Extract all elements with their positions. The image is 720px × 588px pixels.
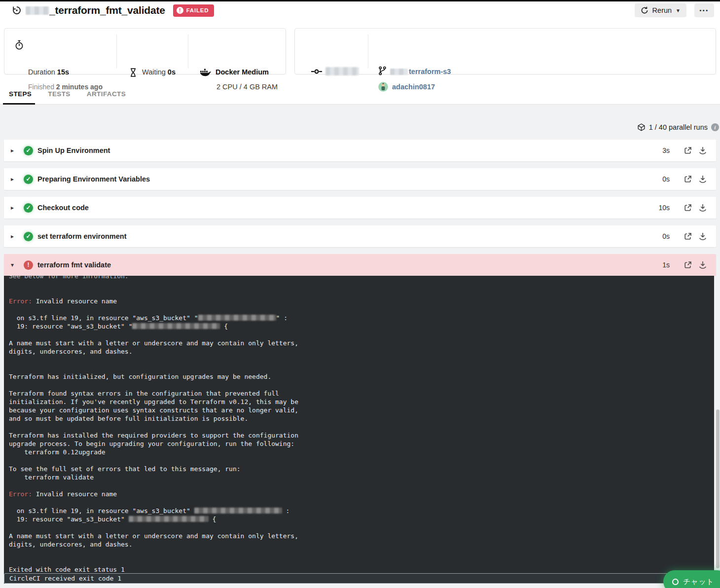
terminal-line [9,423,714,431]
vcs-card: terraform-s3 adachin0817 [294,28,716,74]
step-row[interactable]: ▸ ✓ Preparing Environment Variables 0s [4,168,716,190]
status-badge: ! FAILED [173,4,215,17]
step-label: Preparing Environment Variables [37,175,150,183]
terminal-line [9,280,714,289]
status-icon: ✓ [24,146,33,155]
terminal-exit-status: CircleCI received exit code 1 [4,573,714,584]
open-in-new-icon[interactable] [681,145,695,156]
stopwatch-icon [15,40,24,50]
chevron-icon[interactable]: ▸ [11,147,24,154]
open-in-new-icon[interactable] [681,173,695,185]
terminal-line: because your configuration uses syntax c… [9,406,714,414]
terminal-line: on s3.tf line 19, in resource "aws_s3_bu… [9,314,714,322]
download-icon[interactable] [695,202,710,214]
chevron-icon[interactable]: ▾ [11,261,24,268]
step-row[interactable]: ▸ ✓ set terraform environment 0s [4,225,716,247]
terminal-line: terraform validate [9,473,714,481]
chat-ring-icon [672,579,679,585]
rerun-button[interactable]: Rerun ▼ [635,3,686,17]
terminal-line [9,557,714,565]
cube-icon [637,123,646,132]
chevron-icon[interactable]: ▸ [11,204,24,211]
open-in-new-icon[interactable] [681,230,695,242]
terminal-line: initialization. If you've recently upgra… [9,398,714,406]
terminal-line: upgrade process. To begin upgrading your… [9,440,714,448]
more-options-button[interactable]: ••• [694,3,714,17]
chevron-icon[interactable]: ▸ [11,233,24,240]
redacted-commit-hash[interactable] [325,67,359,75]
avatar[interactable] [378,82,388,92]
open-in-new-icon[interactable] [681,202,695,214]
chevron-down-icon: ▼ [676,8,681,13]
page-title: _terraform_fmt_validate [26,4,165,16]
committer-link[interactable]: adachin0817 [392,83,435,91]
download-icon[interactable] [695,259,710,271]
summary-card: Duration 15s Finished 2 minutes ago Wait… [4,28,286,74]
terminal-line [9,481,714,490]
docker-icon [200,68,211,76]
terminal-line: See below for more information. [9,276,714,280]
step-row[interactable]: ▸ ✓ Checkout code 10s [4,197,716,219]
tab-artifacts[interactable]: ARTIFACTS [87,90,126,103]
chevron-icon[interactable]: ▸ [11,176,24,183]
hourglass-icon [130,68,137,77]
terminal[interactable]: See below for more information. Error: I… [4,276,714,584]
tab-bar: STEPS TESTS ARTIFACTS [9,90,126,103]
terminal-line: Error: Invalid resource name [9,490,714,498]
parallel-runs: 1 / 40 parallel runs i [637,123,715,132]
redacted-job-prefix [26,6,49,15]
terminal-line: A name must start with a letter or under… [9,532,714,540]
git-branch-icon [379,66,386,75]
redacted-text [132,323,220,329]
download-icon[interactable] [695,145,710,156]
step-label: terraform fmt validate [37,261,111,269]
step-duration: 0s [662,232,670,240]
terminal-line [9,356,714,364]
step-row[interactable]: ▸ ✓ Spin Up Environment 3s [4,140,716,161]
redacted-text [129,516,209,522]
terminal-line: digits, underscores, and dashes. [9,540,714,549]
refresh-icon [641,6,648,14]
job-history-icon [12,5,22,15]
open-in-new-icon[interactable] [681,259,695,271]
chat-button[interactable]: チャット [663,570,720,588]
terminal-line: 19: resource "aws_s3_bucket" " { [9,322,714,331]
status-icon: ✓ [24,175,33,184]
redacted-text [198,315,276,321]
terminal-line: digits, underscores, and dashes. [9,347,714,356]
branch-link[interactable]: terraform-s3 [390,68,451,75]
terminal-line: Terraform has initialized, but configura… [9,372,714,381]
terminal-line [9,364,714,372]
step-row[interactable]: ▾ ! terraform fmt validate 1s [4,254,716,276]
terminal-line: on s3.tf line 19, in resource "aws_s3_bu… [9,507,714,515]
download-icon[interactable] [695,173,710,185]
status-icon: ✓ [24,203,33,213]
steps-list: ▸ ✓ Spin Up Environment 3s ▸ ✓ Preparing… [4,140,716,276]
step-label: Checkout code [37,204,89,212]
terminal-line: Exited with code exit status 1 [9,565,714,574]
terminal-line [9,523,714,532]
tab-steps[interactable]: STEPS [9,90,32,103]
terminal-line [9,498,714,507]
step-label: set terraform environment [37,232,127,240]
scrollbar-thumb[interactable] [716,409,720,568]
top-border [0,0,720,1]
git-commit-icon [311,68,322,75]
terminal-line [9,549,714,557]
redacted-text [194,508,282,514]
info-icon[interactable]: i [711,123,719,131]
download-icon[interactable] [695,230,710,242]
terminal-line: terraform 0.12upgrade [9,448,714,456]
terminal-line [9,381,714,389]
terminal-line [9,331,714,339]
job-header: _terraform_fmt_validate ! FAILED Rerun ▼… [12,2,714,18]
terminal-line [9,289,714,297]
step-duration: 0s [662,175,670,183]
step-duration: 10s [658,204,670,212]
terminal-line: 19: resource "aws_s3_bucket" { [9,515,714,523]
terminal-line [9,305,714,314]
exclamation-icon: ! [177,7,183,14]
terminal-line: Error: Invalid resource name [9,297,714,305]
tab-tests[interactable]: TESTS [48,90,71,103]
status-icon: ! [24,260,33,270]
